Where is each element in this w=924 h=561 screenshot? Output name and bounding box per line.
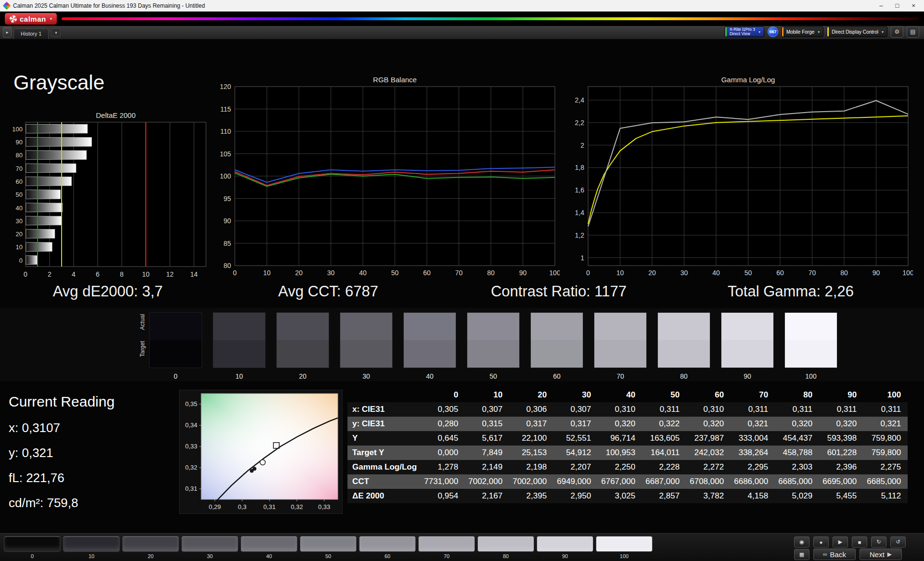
table-cell: 5,455 <box>819 489 863 503</box>
meter-selector[interactable]: X-Rite i1Pro 3 Direct View ▾ <box>725 26 764 37</box>
table-cell: 6695,000 <box>819 474 863 489</box>
table-cell: 2,198 <box>509 460 553 474</box>
svg-text:70: 70 <box>16 165 23 172</box>
row-label: y: CIE31 <box>347 417 421 431</box>
svg-text:80: 80 <box>840 269 848 277</box>
titlebar: Calman 2025 Calman Ultimate for Business… <box>0 0 924 12</box>
reading-fl: fL: 221,76 <box>9 471 172 485</box>
actual-row-label: Actual <box>139 311 146 332</box>
swatch-target <box>721 340 773 368</box>
panel-button[interactable]: ▤ <box>907 26 919 38</box>
table-cell: 0,310 <box>598 402 642 417</box>
level-button-30[interactable] <box>181 536 238 552</box>
table-cell: 6949,000 <box>553 474 598 489</box>
level-slot-0: 0 <box>4 536 61 559</box>
chevron-down-icon: ▾ <box>882 30 884 34</box>
level-button-0[interactable] <box>4 536 61 552</box>
back-button[interactable]: ∞ Back <box>813 548 856 560</box>
display-control-selector[interactable]: Direct Display Control ▾ <box>827 26 887 37</box>
maximize-button[interactable]: □ <box>896 2 899 9</box>
svg-text:Gamma Log/Log: Gamma Log/Log <box>721 76 775 84</box>
table-cell: 0,000 <box>421 446 465 460</box>
next-icon: ▶ <box>887 551 892 558</box>
svg-text:80: 80 <box>16 152 23 159</box>
level-button-90[interactable] <box>537 536 593 552</box>
grayscale-swatch-40: 40 <box>403 312 456 380</box>
table-cell: 0,306 <box>509 402 553 417</box>
svg-text:0: 0 <box>19 257 23 264</box>
table-cell: 0,310 <box>686 402 731 417</box>
svg-text:30: 30 <box>680 269 688 277</box>
record-button[interactable]: ● <box>813 536 829 548</box>
close-button[interactable]: × <box>911 2 915 9</box>
level-slot-100: 100 <box>596 536 653 559</box>
table-cell: 2,295 <box>731 460 775 474</box>
contrast-ratio-stat: Contrast Ratio: 1177 <box>491 283 627 300</box>
level-button-10[interactable] <box>63 536 120 552</box>
level-label: 90 <box>562 553 568 559</box>
source-selector[interactable]: Mobile Forge ▾ <box>782 26 823 37</box>
svg-text:0,3: 0,3 <box>238 503 246 510</box>
level-slot-80: 80 <box>477 536 534 559</box>
history-dropdown-button[interactable]: ▾ <box>51 28 61 37</box>
swatch-row: 0102030405060708090100 <box>149 312 837 380</box>
swatch-label: 60 <box>553 372 561 380</box>
level-label: 70 <box>444 553 449 559</box>
swatch-actual <box>594 313 646 340</box>
grayscale-swatch-50: 50 <box>467 312 520 380</box>
swatch-label: 50 <box>489 372 497 380</box>
table-cell: 0,317 <box>509 417 553 431</box>
table-cell: 601,228 <box>819 446 863 460</box>
svg-text:0,33: 0,33 <box>185 443 197 450</box>
level-button-40[interactable] <box>241 536 297 552</box>
svg-text:0: 0 <box>586 269 590 277</box>
settings-button[interactable]: ⚙ <box>891 26 903 38</box>
repeat-button[interactable]: ↻ <box>871 536 886 548</box>
tab-history-1[interactable]: History 1 <box>13 28 49 39</box>
table-cell: 0,645 <box>421 431 465 446</box>
meter-button[interactable]: ◉ <box>794 536 809 548</box>
svg-text:40: 40 <box>359 269 367 277</box>
display-status-bar <box>827 27 829 37</box>
level-button-100[interactable] <box>596 536 653 552</box>
stop-button[interactable]: ■ <box>852 536 867 548</box>
next-button[interactable]: Next ▶ <box>860 548 902 560</box>
level-button-80[interactable] <box>477 536 534 552</box>
column-header: 50 <box>642 388 686 402</box>
source-name: Mobile Forge <box>786 29 814 35</box>
grayscale-swatch-80: 80 <box>657 312 710 380</box>
level-label: 0 <box>31 553 34 559</box>
swatch-target <box>340 340 392 368</box>
swatch-label: 90 <box>744 372 751 380</box>
play-button[interactable]: ▶ <box>833 536 848 548</box>
target-row-label: Target <box>139 338 146 359</box>
svg-text:0,34: 0,34 <box>185 421 197 429</box>
minimize-button[interactable]: – <box>879 2 883 9</box>
swatch-actual <box>467 313 519 340</box>
svg-text:110: 110 <box>220 128 231 135</box>
svg-text:1: 1 <box>580 254 584 262</box>
level-button-70[interactable] <box>418 536 475 552</box>
svg-text:100: 100 <box>12 126 23 133</box>
level-label: 10 <box>89 553 94 559</box>
history-expander-button[interactable]: ▸ <box>3 27 12 38</box>
table-cell: 5,029 <box>775 489 819 503</box>
svg-text:40: 40 <box>712 269 720 277</box>
column-header: 80 <box>775 388 819 402</box>
table-cell: 759,800 <box>863 431 908 446</box>
swatch-label: 70 <box>616 372 624 380</box>
refresh-button[interactable]: ↺ <box>890 536 906 548</box>
level-button-60[interactable] <box>359 536 416 552</box>
meter-status-bar <box>725 27 727 37</box>
svg-text:20: 20 <box>648 269 656 277</box>
table-cell: 0,307 <box>465 402 509 417</box>
layout-button[interactable]: ▦ <box>794 549 809 560</box>
table-cell: 3,782 <box>686 489 731 503</box>
calman-logo-button[interactable]: calman ▾ <box>5 13 57 25</box>
swatch-label: 40 <box>426 372 434 380</box>
level-slot-60: 60 <box>359 536 416 559</box>
table-cell: 0,311 <box>775 402 819 417</box>
svg-text:90: 90 <box>873 269 880 277</box>
level-button-20[interactable] <box>122 536 179 552</box>
level-button-50[interactable] <box>300 536 357 552</box>
